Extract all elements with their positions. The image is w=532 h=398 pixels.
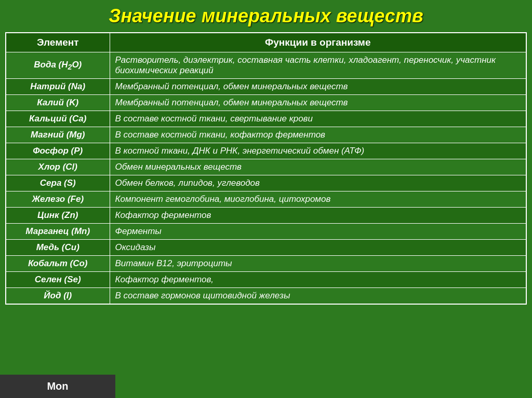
element-cell: Магний (Mg) — [6, 127, 110, 143]
element-cell: Кальций (Ca) — [6, 111, 110, 127]
table-row: Хлор (Cl)Обмен минеральных веществ — [6, 159, 526, 175]
function-cell: В составе костной ткани, кофактор фермен… — [110, 127, 526, 143]
element-cell: Калий (K) — [6, 95, 110, 111]
element-cell: Железо (Fe) — [6, 191, 110, 208]
table-row: Медь (Cu)Оксидазы — [6, 240, 526, 256]
function-cell: Кофактор ферментов, — [110, 272, 526, 288]
function-cell: Ферменты — [110, 224, 526, 240]
table-header-row: Элемент Функции в организме — [6, 33, 526, 52]
col-header-element: Элемент — [6, 33, 110, 52]
table-row: Сера (S)Обмен белков, липидов, углеводов — [6, 175, 526, 191]
function-cell: Растворитель, диэлектрик, составная част… — [110, 52, 526, 79]
page-container: Значение минеральных веществ Элемент Фун… — [0, 0, 532, 398]
function-cell: Обмен минеральных веществ — [110, 159, 526, 175]
function-cell: Мембранный потенциал, обмен минеральных … — [110, 95, 526, 111]
function-cell: Витамин В12, эритроциты — [110, 256, 526, 272]
table-row: Кобальт (Co)Витамин В12, эритроциты — [6, 256, 526, 272]
element-cell: Натрий (Na) — [6, 79, 110, 95]
bottom-bar: Mon — [0, 375, 115, 398]
function-cell: Кофактор ферментов — [110, 208, 526, 224]
element-cell: Вода (H2O) — [6, 52, 110, 79]
table-row: Йод (I)В составе гормонов щитовидной жел… — [6, 288, 526, 305]
element-cell: Медь (Cu) — [6, 240, 110, 256]
table-row: Селен (Se)Кофактор ферментов, — [6, 272, 526, 288]
minerals-table: Элемент Функции в организме Вода (H2O)Ра… — [5, 32, 527, 305]
function-cell: Компонент гемоглобина, миоглобина, цитох… — [110, 191, 526, 208]
table-row: Калий (K)Мембранный потенциал, обмен мин… — [6, 95, 526, 111]
table-row: Кальций (Ca)В составе костной ткани, све… — [6, 111, 526, 127]
table-row: Вода (H2O)Растворитель, диэлектрик, сост… — [6, 52, 526, 79]
col-header-function: Функции в организме — [110, 33, 526, 52]
element-cell: Сера (S) — [6, 175, 110, 191]
function-cell: Мембранный потенциал, обмен минеральных … — [110, 79, 526, 95]
function-cell: Оксидазы — [110, 240, 526, 256]
function-cell: В костной ткани, ДНК и РНК, энергетическ… — [110, 143, 526, 159]
element-cell: Кобальт (Co) — [6, 256, 110, 272]
bottom-bar-text: Mon — [47, 380, 68, 392]
element-cell: Фосфор (P) — [6, 143, 110, 159]
element-cell: Йод (I) — [6, 288, 110, 305]
element-cell: Марганец (Mn) — [6, 224, 110, 240]
function-cell: Обмен белков, липидов, углеводов — [110, 175, 526, 191]
table-row: Натрий (Na)Мембранный потенциал, обмен м… — [6, 79, 526, 95]
table-row: Цинк (Zn)Кофактор ферментов — [6, 208, 526, 224]
table-row: Железо (Fe)Компонент гемоглобина, миогло… — [6, 191, 526, 208]
table-row: Марганец (Mn)Ферменты — [6, 224, 526, 240]
element-cell: Цинк (Zn) — [6, 208, 110, 224]
element-cell: Хлор (Cl) — [6, 159, 110, 175]
table-row: Магний (Mg)В составе костной ткани, кофа… — [6, 127, 526, 143]
table-row: Фосфор (P)В костной ткани, ДНК и РНК, эн… — [6, 143, 526, 159]
function-cell: В составе гормонов щитовидной железы — [110, 288, 526, 305]
function-cell: В составе костной ткани, свертывание кро… — [110, 111, 526, 127]
page-title: Значение минеральных веществ — [109, 5, 423, 27]
element-cell: Селен (Se) — [6, 272, 110, 288]
